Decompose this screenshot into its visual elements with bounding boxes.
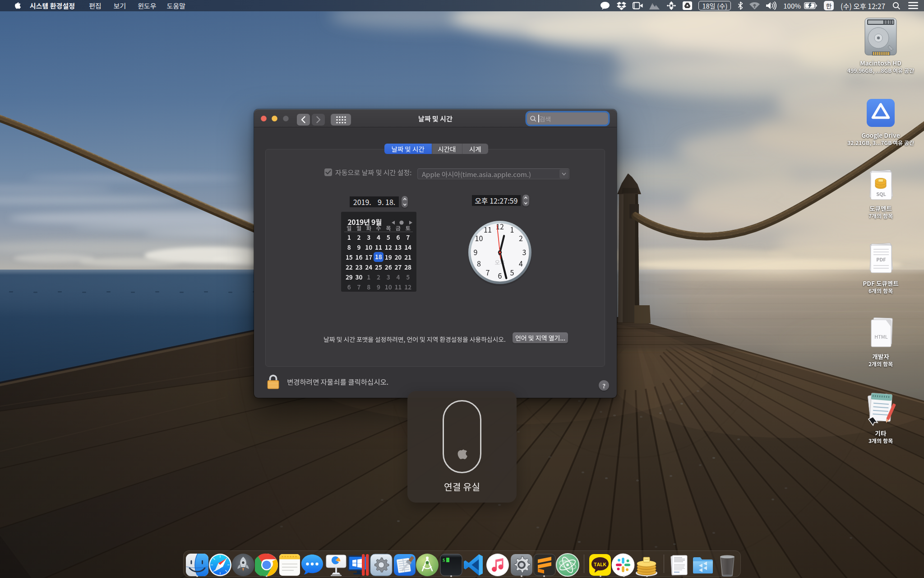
svg-text:10: 10 — [475, 233, 483, 243]
svg-text:8: 8 — [477, 258, 481, 269]
svg-text:PDF: PDF — [876, 256, 886, 263]
svg-text:11: 11 — [484, 224, 492, 235]
svg-text:4: 4 — [519, 258, 523, 269]
svg-text:$: $ — [443, 556, 445, 563]
svg-text:SQL: SQL — [876, 190, 886, 197]
svg-text:3: 3 — [522, 247, 527, 257]
svg-text:9: 9 — [474, 247, 478, 257]
svg-text:1: 1 — [510, 224, 514, 235]
svg-text:TALK: TALK — [594, 560, 606, 568]
svg-text:6: 6 — [498, 270, 502, 281]
svg-text:7: 7 — [486, 267, 490, 278]
svg-text:HTML: HTML — [874, 333, 888, 340]
svg-text:2: 2 — [519, 233, 523, 243]
svg-text:5: 5 — [510, 267, 514, 278]
